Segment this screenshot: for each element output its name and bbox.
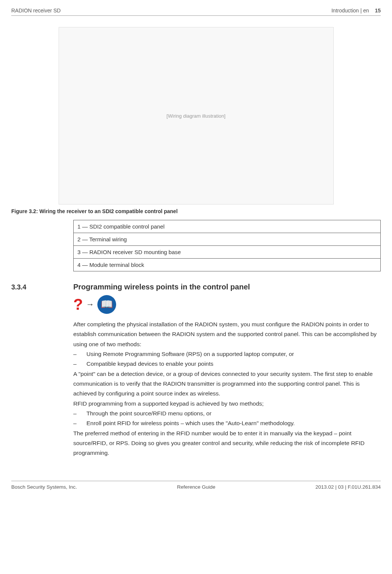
section-title: Programming wireless points in the contr… bbox=[73, 283, 250, 291]
section-heading: 3.3.4 Programming wireless points in the… bbox=[11, 283, 381, 291]
legend-item: 3 ― RADION receiver SD mounting base bbox=[74, 246, 381, 259]
figure-placeholder: [Wiring diagram illustration] bbox=[166, 113, 226, 119]
header-section: Introduction | en bbox=[331, 8, 369, 14]
legend-table: 1 ― SDI2 compatible control panel 2 ― Te… bbox=[73, 220, 381, 271]
paragraph: The preferred method of entering in the … bbox=[73, 429, 381, 458]
list-item: –Compatible keypad devices to enable you… bbox=[73, 359, 381, 369]
header-right: Introduction | en 15 bbox=[331, 8, 381, 14]
page-footer: Bosch Security Systems, Inc. Reference G… bbox=[11, 481, 381, 490]
arrow-right-icon: → bbox=[86, 300, 94, 309]
paragraph: RFID programming from a supported keypad… bbox=[73, 399, 381, 409]
page-number: 15 bbox=[375, 8, 381, 14]
legend-item: 1 ― SDI2 compatible control panel bbox=[74, 220, 381, 233]
refer-manual-icon-block: ? → bbox=[73, 295, 381, 314]
legend-item: 4 ― Module terminal block bbox=[74, 259, 381, 271]
manual-icon bbox=[97, 295, 116, 314]
page-header: RADION receiver SD Introduction | en 15 bbox=[11, 8, 381, 16]
figure-caption: Figure 3.2: Wiring the receiver to an SD… bbox=[11, 208, 381, 214]
wiring-diagram-figure: [Wiring diagram illustration] bbox=[59, 27, 334, 204]
list-item: –Through the point source/RFID menu opti… bbox=[73, 409, 381, 418]
paragraph: A "point" can be a detection device, or … bbox=[73, 369, 381, 399]
question-mark-icon: ? bbox=[73, 295, 83, 314]
list-item: –Enroll point RFID for wireless points –… bbox=[73, 418, 381, 428]
header-left: RADION receiver SD bbox=[11, 8, 61, 14]
legend-item: 2 ― Terminal wiring bbox=[74, 233, 381, 246]
footer-center: Reference Guide bbox=[177, 484, 215, 490]
footer-right: 2013.02 | 03 | F.01U.261.834 bbox=[315, 484, 381, 490]
paragraph: After completing the physical installati… bbox=[73, 320, 381, 349]
footer-left: Bosch Security Systems, Inc. bbox=[11, 484, 77, 490]
list-item: –Using Remote Programming Software (RPS)… bbox=[73, 349, 381, 359]
section-number: 3.3.4 bbox=[11, 283, 73, 291]
body-text: After completing the physical installati… bbox=[73, 320, 381, 458]
